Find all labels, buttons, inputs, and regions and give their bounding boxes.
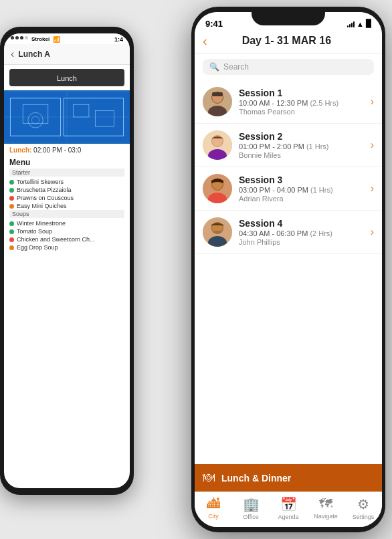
- menu-item-text: Winter Minestrone: [17, 220, 66, 227]
- back-phone: Strokei 📶 1:4 ‹ Lunch A Lunch: [0, 27, 134, 495]
- office-icon: 🏢: [243, 496, 260, 512]
- table-row[interactable]: Session 4 04:30 AM - 06:30 PM (2 Hrs) Jo…: [195, 211, 382, 254]
- session-person: John Phillips: [239, 238, 364, 246]
- search-bar[interactable]: 🔍 Search: [203, 59, 374, 75]
- bar4: [353, 21, 355, 27]
- banner-label: Lunch & Dinner: [221, 473, 291, 483]
- front-header-title: Day 1- 31 MAR 16: [213, 35, 361, 47]
- tab-bar: 🏙 City 🏢 Office 📅 Agenda 🗺 Navigate ⚙ Se…: [195, 492, 382, 527]
- dot-orange-icon: [9, 204, 14, 209]
- search-icon: 🔍: [209, 62, 219, 72]
- back-blueprint-image: [4, 90, 130, 144]
- back-carrier: Strokei: [31, 36, 50, 43]
- list-item: Chicken and Sweetcorn Ch...: [9, 235, 124, 243]
- back-section-starter: Starter: [9, 169, 124, 177]
- table-row[interactable]: Session 2 01:00 PM - 2:00 PM (1 Hrs) Bon…: [195, 124, 382, 167]
- tab-city[interactable]: 🏙 City: [199, 496, 228, 520]
- session-info: Session 1 10:00 AM - 12:30 PM (2.5 Hrs) …: [239, 88, 364, 116]
- menu-item-text: Bruschetta Pizzaiola: [17, 187, 72, 193]
- session-title: Session 1: [239, 88, 364, 98]
- session-person: Thomas Pearson: [239, 108, 364, 116]
- svg-rect-14: [212, 92, 223, 96]
- front-header: ‹ Day 1- 31 MAR 16: [195, 31, 382, 53]
- session-time: 10:00 AM - 12:30 PM (2.5 Hrs): [239, 99, 364, 107]
- back-lunch-label: Lunch:: [9, 146, 31, 154]
- back-chevron-icon[interactable]: ‹: [11, 48, 14, 60]
- session-time: 03:00 PM - 04:00 PM (1 Hrs): [239, 186, 364, 194]
- list-item: Tomato Soup: [9, 227, 124, 235]
- avatar: [203, 87, 232, 116]
- dot3: [20, 36, 23, 39]
- back-phone-screen: Strokei 📶 1:4 ‹ Lunch A Lunch: [4, 33, 130, 488]
- tab-office[interactable]: 🏢 Office: [236, 496, 266, 520]
- food-icon: 🍽: [203, 471, 215, 485]
- session-time: 01:00 PM - 2:00 PM (1 Hrs): [239, 142, 364, 150]
- tab-settings[interactable]: ⚙ Settings: [349, 496, 378, 520]
- back-header: ‹ Lunch A: [4, 44, 130, 65]
- dot2: [15, 36, 19, 39]
- tab-navigate-label: Navigate: [314, 513, 338, 520]
- search-input[interactable]: Search: [223, 62, 367, 72]
- battery-icon: ▉: [366, 19, 371, 28]
- tab-agenda-label: Agenda: [278, 514, 298, 520]
- back-time: 1:4: [114, 36, 123, 43]
- back-tab-bar[interactable]: Lunch: [9, 69, 124, 86]
- back-section-soups: Soups: [9, 210, 124, 218]
- tab-office-label: Office: [243, 514, 258, 520]
- settings-icon: ⚙: [357, 496, 369, 512]
- signal-icon: [347, 21, 355, 27]
- chevron-right-icon: ›: [371, 183, 374, 195]
- chevron-right-icon: ›: [371, 139, 374, 151]
- session-person: Bonnie Miles: [239, 151, 364, 159]
- back-button[interactable]: ‹: [203, 34, 207, 47]
- front-phone: 9:41 ▲ ▉ ‹ Day 1- 31 MAR 16 🔍 Search: [191, 7, 385, 532]
- list-item: Egg Drop Soup: [9, 243, 124, 251]
- tab-agenda[interactable]: 📅 Agenda: [274, 496, 303, 520]
- front-status-icons: ▲ ▉: [347, 19, 371, 28]
- back-header-title: Lunch A: [18, 49, 50, 59]
- wifi-icon: ▲: [357, 20, 364, 28]
- lunch-dinner-banner[interactable]: 🍽 Lunch & Dinner: [195, 464, 382, 492]
- list-item: Tortellini Skewers: [9, 178, 124, 186]
- menu-item-text: Prawns on Couscous: [17, 195, 74, 201]
- dot-green-icon: [9, 180, 14, 185]
- dot1: [11, 36, 14, 39]
- session-title: Session 2: [239, 131, 364, 142]
- tab-navigate[interactable]: 🗺 Navigate: [311, 496, 340, 520]
- table-row[interactable]: Session 1 10:00 AM - 12:30 PM (2.5 Hrs) …: [195, 80, 382, 124]
- dot-red-icon: [9, 196, 14, 201]
- dot-red-icon: [9, 237, 14, 242]
- session-title: Session 3: [239, 175, 364, 185]
- svg-rect-27: [213, 231, 221, 233]
- navigate-icon: 🗺: [319, 496, 332, 512]
- dot-green-icon: [9, 221, 14, 226]
- bar3: [351, 23, 353, 27]
- table-row[interactable]: Session 3 03:00 PM - 04:00 PM (1 Hrs) Ad…: [195, 167, 382, 211]
- session-info: Session 2 01:00 PM - 2:00 PM (1 Hrs) Bon…: [239, 131, 364, 159]
- sessions-list: Session 1 10:00 AM - 12:30 PM (2.5 Hrs) …: [195, 80, 382, 464]
- avatar: [203, 217, 232, 247]
- back-lunch-time-val: 02:00 PM - 03:0: [33, 146, 81, 154]
- back-lunch-time: Lunch: 02:00 PM - 03:0: [4, 144, 130, 156]
- agenda-icon: 📅: [280, 496, 297, 512]
- dot-green-icon: [9, 229, 14, 234]
- menu-item-text: Chicken and Sweetcorn Ch...: [17, 236, 95, 243]
- notch: [252, 7, 325, 25]
- back-status-bar: Strokei 📶 1:4: [4, 33, 130, 44]
- back-tab-label: Lunch: [57, 74, 77, 82]
- dot-orange-icon: [9, 245, 14, 250]
- back-menu-section: Menu Starter Tortellini Skewers Bruschet…: [4, 156, 130, 253]
- front-phone-screen: 9:41 ▲ ▉ ‹ Day 1- 31 MAR 16 🔍 Search: [195, 12, 382, 527]
- menu-item-text: Egg Drop Soup: [17, 244, 58, 251]
- tab-settings-label: Settings: [353, 514, 375, 520]
- dot-green-icon: [9, 188, 14, 193]
- menu-item-text: Tomato Soup: [17, 228, 52, 235]
- tab-city-label: City: [208, 513, 219, 520]
- avatar: [203, 130, 232, 160]
- back-menu-title: Menu: [9, 158, 124, 167]
- avatar: [203, 174, 232, 203]
- menu-item-text: Tortellini Skewers: [17, 179, 64, 185]
- city-icon: 🏙: [207, 496, 220, 512]
- chevron-right-icon: ›: [371, 226, 374, 238]
- session-info: Session 4 04:30 AM - 06:30 PM (2 Hrs) Jo…: [239, 218, 364, 246]
